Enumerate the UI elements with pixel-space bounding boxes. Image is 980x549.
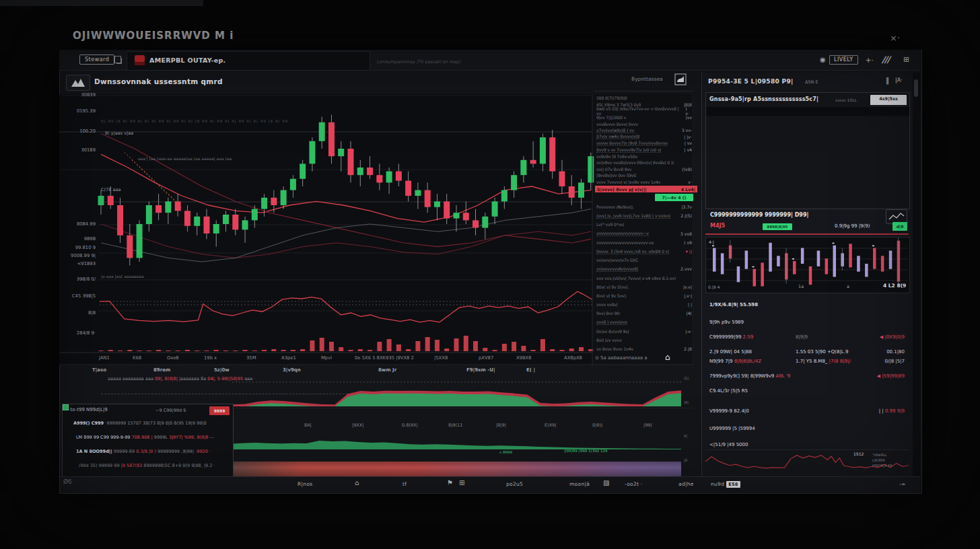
panel-subtitle: Δ5N E (805, 80, 818, 85)
feed-item[interactable]: v7vv)vv(w9v|8 ) vv·3 vv- (595, 127, 693, 134)
mini-chart-panel[interactable] (705, 237, 910, 293)
text-segment: --- (208, 435, 214, 440)
home-icon[interactable]: ⌂ (355, 479, 359, 486)
popup-title: –to-t99 N99d|L|9 (68, 408, 108, 412)
feed-item[interactable]: vv9v9v |9 7v9v-v50v (595, 153, 693, 159)
feed-item[interactable]: 80v( v) 9v 5(vv).|v.v| (595, 283, 693, 291)
grid-icon[interactable]: ⊞ (903, 56, 909, 63)
stats-mid: 1.55 03 5|90 +Q(8|L.9 (796, 350, 848, 355)
scrollbar-thumb[interactable] (914, 79, 918, 97)
feed-text: 9vv| 8vv 90· (596, 311, 621, 316)
feed-item[interactable]: vvvvv 8vvvv7|v |9v9 7vvv/vvv8vvvv| vv (595, 140, 693, 147)
feed-text: vvvvvvvvvvvvvvvvvvvvvv·vo (596, 240, 654, 245)
panel-menu-icon[interactable]: |A· (895, 78, 903, 83)
status-dot-icon[interactable]: ◉ (820, 57, 826, 63)
positions-column-header[interactable]: 5z|0w (214, 368, 230, 373)
band-axis-label: |9XX| (352, 423, 363, 428)
feed-text: vvvv 7vvvvv| v| |vv9v vvvv 1v4v (596, 180, 660, 184)
popup-row[interactable]: 1A N 8OO99d|| 99999-89 0.3/8.|9 ) 999999… (76, 449, 211, 454)
feed-item[interactable]: vv 8vvv 9vvv 1v4v2.|8 (595, 344, 693, 353)
feed-item[interactable]: 0v)vv 8v|vv9 9v||-v· (595, 327, 693, 336)
feed-item[interactable]: vvv vvv,(v0)vv| 7vvvv| v·v4 v9vv 8.1-vv) (595, 274, 693, 283)
popup-row[interactable]: A999() C999 ·9999999 15707 30(73 8|9 0|0… (73, 421, 207, 426)
flag-icon[interactable]: ⚑ (447, 479, 453, 486)
market-summary-card: Gnssa-9a5|rp A5ssnssssssssss5c7| sssss 1… (705, 92, 910, 209)
feed-item[interactable]: 8vv9 v vv 7vvvvv9v7|v |v0 |v0 v|| v4 (595, 147, 693, 153)
text-segment: aaaaa aaaaaaaa aaa (108, 376, 155, 381)
band-axis-label: 0|9)| (592, 423, 602, 428)
feed-item[interactable]: 8v0 |vv vvvv· (595, 336, 693, 344)
feed-item[interactable]: vv)vvvvvvv8v|vvvv8)2.vvv (595, 264, 693, 273)
feed-text: Lv(* vv9 0*vv| (596, 222, 624, 227)
feed-item[interactable]: vvvv 7vvvvv| v| |vv9v vvvv 1v4vv· (595, 179, 693, 186)
band-axis-label: E)X9| (545, 423, 556, 428)
knight-icon[interactable] (674, 73, 687, 85)
scrollbar-track[interactable] (913, 73, 920, 476)
sparkline-legend-item: L9(999 (872, 459, 885, 462)
toolbar-item[interactable]: ad|he (678, 481, 694, 487)
toolbar-item[interactable]: -≈ (899, 481, 906, 487)
toolbar-item[interactable]: moon|ă (569, 481, 590, 487)
feed-item[interactable]: 8vv( v| 9v 5vv).|,v·| (595, 291, 693, 300)
feed-item[interactable]: 8w0 v5 03| /x9v/7sv7vv-vv <·0vv8vvvv8 | … (595, 108, 693, 114)
feed-item[interactable]: 07v|v vw4v 8vvvv/v|8| |v· (595, 134, 693, 141)
pause-icon[interactable]: ‖ (886, 77, 889, 84)
plus-icon[interactable]: +· (866, 57, 874, 64)
feed-item[interactable]: vvv8vvvv 8vvv| 0vvv (595, 120, 693, 127)
back-button[interactable]: Steward (79, 54, 114, 65)
tab-subtext: Lenoumparennay /TV passatt on map) (377, 60, 461, 65)
price-axis-label: 9008.99 9| (59, 254, 96, 258)
home-icon[interactable]: ⌂ (665, 353, 670, 361)
live-badge[interactable]: LIVELY (829, 55, 858, 65)
text-segment: A999() C999 (73, 420, 104, 426)
axis-note: ⊙ 5a aabaaannaaaa a (595, 356, 648, 361)
sell-alert-bar[interactable]: 5|vvvv) 8vvv pJ v|v||| 4 Lv4| (595, 186, 697, 192)
toolbar-item[interactable]: -oo2t · (625, 481, 643, 487)
text-segment: A9L '9 (776, 373, 791, 379)
copy-icon[interactable] (114, 56, 121, 63)
buy-mini-button[interactable]: d|9 (893, 222, 907, 231)
close-icon[interactable]: ×· (890, 34, 900, 42)
feed-item[interactable]: vvvv vv8v|| | (595, 300, 693, 309)
feed-item[interactable]: 0vvvv. 3 |3v4 vvvv,/v8 vv. v0v84 0 v|▾ |… (595, 247, 693, 256)
feed-item[interactable]: vv)vvv|vvvv)v7v 0)(C (595, 256, 693, 264)
feed-item[interactable]: Lv(* vv9 0*vv| (595, 220, 693, 229)
positions-column-header[interactable]: 8wm Jr (378, 368, 396, 373)
feed-item[interactable]: vv(| 07v 8vv8 9vv()v8) (595, 166, 693, 173)
feed-item[interactable]: |9|8 8|7)|79(8|8 (595, 95, 693, 102)
feed-item[interactable]: Pvvvvvvv /Nv9vv|),|3.7v (595, 203, 693, 211)
text-segment: ·9999999 15707 30(73 8|9 0|0 8(95 19|9 9… (104, 420, 206, 426)
toolbar-item[interactable]: po2u5 (506, 481, 523, 487)
feed-item[interactable]: vvvvvvvvvvvvvvvvvvvv~v3 vv8 (595, 229, 693, 238)
positions-column-header[interactable]: E( | (526, 368, 535, 373)
positions-column-header[interactable]: T|aso (92, 368, 106, 373)
chart-logo-icon[interactable] (66, 75, 90, 91)
toolbar-item[interactable]: R|nos (298, 481, 313, 487)
positions-column-header[interactable]: 89rem (153, 368, 170, 373)
popup-row[interactable]: LM 899 99 C99 999-9-99 708.908 | 9999L 3… (76, 435, 214, 440)
feed-item[interactable]: vvvvvvvvvvvvvvvvvvvvvv·vo) v9 (595, 238, 693, 247)
popup-alert-badge[interactable]: 9999 (209, 406, 230, 415)
feed-item[interactable]: |9vv8v||vv 0vv 59v0 (595, 172, 693, 179)
feed-value: 2.vvv (680, 266, 692, 271)
panel-title: P9954-3E 5 L|09580 P9| (708, 79, 794, 85)
buy-button[interactable]: 7|—4v 4 () (655, 194, 693, 201)
feed-item[interactable]: vvv8 ) vvvv|vvv (595, 318, 693, 326)
pattern-icon[interactable]: ▨ (603, 479, 610, 486)
popup-row[interactable]: /99d 35) 99999 99 |9 587(83 8999998(5C 8… (79, 464, 215, 468)
positions-column-header[interactable]: F9|9xm -U| (466, 368, 495, 373)
grid-icon[interactable]: ⊞ (459, 479, 465, 486)
layers-icon[interactable]: /// (882, 55, 889, 64)
price-axis-label: 0195.39 (59, 109, 96, 114)
toolbar-item[interactable]: nu9dE58 (711, 481, 740, 487)
text-segment: ◀ |0X9|0|9 (880, 334, 905, 340)
card-action-button[interactable]: 4s9|5ss (870, 95, 907, 107)
text-segment: 0.99 9|9 (885, 408, 905, 414)
feed-value: 2.|(5) (680, 213, 692, 218)
positions-column-header[interactable]: 3|v9qn (283, 368, 301, 373)
feed-item[interactable]: vv)v9vv vvv8v|vvvv 09vv(v| 8vv8v| 0 )( (595, 159, 693, 166)
feed-text: vv)vvvvvvv8v|vvvv8) (596, 266, 638, 272)
feed-item[interactable]: |vvv| |v, |vv9 /vv)|,7vv 1v8(| ( v·vv)vv… (595, 211, 693, 220)
feed-item[interactable]: 9vv| 8vv 90·|4( (595, 309, 693, 318)
toolbar-item[interactable]: tf (403, 481, 407, 487)
